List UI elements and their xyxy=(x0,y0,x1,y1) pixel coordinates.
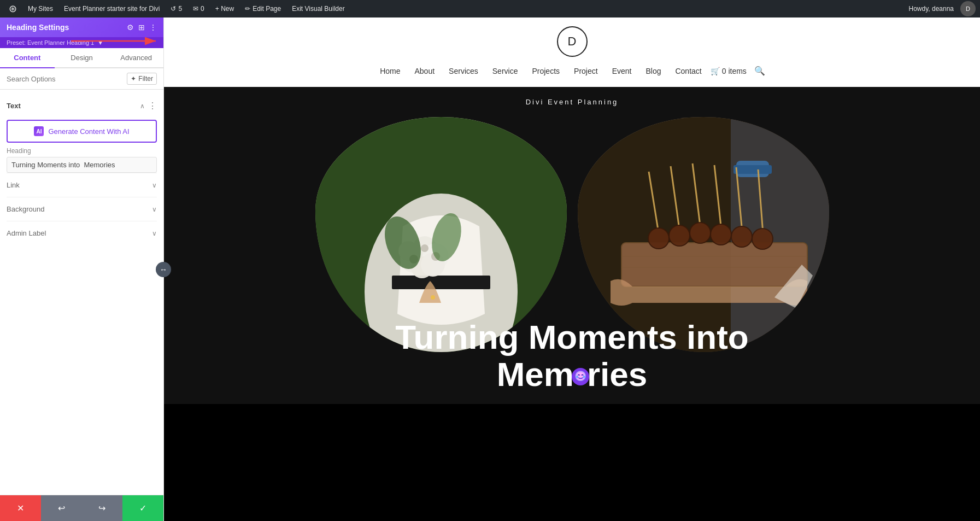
cancel-icon: ✕ xyxy=(17,503,24,513)
memories-text-end: ries xyxy=(587,356,647,393)
nav-projects[interactable]: Projects xyxy=(526,65,565,78)
generate-ai-button[interactable]: AI Generate Content With AI xyxy=(7,120,157,143)
copy-icon[interactable]: ⊞ xyxy=(138,23,145,32)
svg-point-30 xyxy=(670,226,689,245)
background-collapse-icon[interactable]: ∨ xyxy=(152,206,157,213)
comments-count: 0 xyxy=(201,5,204,13)
svg-rect-21 xyxy=(621,243,807,286)
save-icon: ✓ xyxy=(139,503,146,513)
revisions-link[interactable]: ↺ 5 xyxy=(166,0,186,17)
svg-rect-20 xyxy=(733,165,772,174)
text-collapse-icon[interactable]: ∧ xyxy=(140,102,145,110)
filter-label: Filter xyxy=(138,75,153,83)
hero-brand-text: Divi Event Planning xyxy=(164,87,980,117)
text-section-title: Text xyxy=(7,102,21,110)
tab-design[interactable]: Design xyxy=(55,48,109,68)
filter-button[interactable]: ✦ Filter xyxy=(127,73,157,85)
preview-area: D Home About Services Service Projects P… xyxy=(164,17,980,521)
site-name-link[interactable]: Event Planner starter site for Divi xyxy=(60,0,164,17)
comments-icon: ✉ xyxy=(193,5,198,13)
panel-header: Heading Settings ⚙ ⊞ ⋮ xyxy=(0,17,163,37)
wp-logo-icon[interactable]: ⊛ xyxy=(4,3,21,15)
my-sites-menu[interactable]: My Sites xyxy=(24,0,57,17)
link-collapse-icon[interactable]: ∨ xyxy=(152,182,157,189)
preset-arrow-icon: ▼ xyxy=(97,39,103,46)
preset-bar: Preset: Event Planner Heading 1 ▼ xyxy=(0,37,163,48)
svg-rect-4 xyxy=(392,276,490,289)
nav-project[interactable]: Project xyxy=(568,65,603,78)
redo-icon: ↪ xyxy=(98,503,105,513)
tab-advanced[interactable]: Advanced xyxy=(109,48,163,68)
header-actions: ⚙ ⊞ ⋮ xyxy=(127,23,157,32)
background-section-header[interactable]: Background ∨ xyxy=(7,200,157,219)
heading-input[interactable] xyxy=(7,157,157,173)
link-section: Link ∨ xyxy=(7,173,157,197)
nav-blog[interactable]: Blog xyxy=(640,65,666,78)
nav-about[interactable]: About xyxy=(409,65,441,78)
hero-text-overlay: Turning Moments into Mem ries xyxy=(164,319,980,393)
panel-footer: ✕ ↩ ↪ ✓ xyxy=(0,495,163,521)
nav-service[interactable]: Service xyxy=(487,65,524,78)
text-section: Text ∧ ⋮ AI Generate Content With AI Hea… xyxy=(7,96,157,173)
svg-point-27 xyxy=(649,229,668,248)
undo-button[interactable]: ↩ xyxy=(41,495,82,521)
admin-label-section-header[interactable]: Admin Label ∨ xyxy=(7,224,157,243)
resize-handle[interactable]: ↔ xyxy=(156,262,171,277)
hero-image-left xyxy=(315,117,567,352)
svg-point-12 xyxy=(421,244,429,252)
hero-section: Divi Event Planning xyxy=(164,87,980,404)
text-section-icons: ∧ ⋮ xyxy=(140,101,157,111)
hero-heading-line1: Turning Moments into xyxy=(186,319,958,356)
cart-link[interactable]: 🛒 0 items xyxy=(711,67,747,75)
more-options-icon[interactable]: ⋮ xyxy=(149,23,157,32)
edit-page-button[interactable]: ✏ Edit Page xyxy=(240,0,285,17)
admin-label-collapse-icon[interactable]: ∨ xyxy=(152,230,157,237)
site-header: D Home About Services Service Projects P… xyxy=(164,17,980,87)
cancel-button[interactable]: ✕ xyxy=(0,495,41,521)
svg-point-33 xyxy=(690,223,710,243)
edit-page-label: Edit Page xyxy=(253,5,281,13)
nav-home[interactable]: Home xyxy=(374,65,406,78)
heading-field-label: Heading xyxy=(7,147,157,155)
svg-point-42 xyxy=(753,229,772,249)
redo-button[interactable]: ↪ xyxy=(82,495,123,521)
admin-label-section: Admin Label ∨ xyxy=(7,221,157,245)
exit-builder-label: Exit Visual Builder xyxy=(292,5,345,13)
settings-icon[interactable]: ⚙ xyxy=(127,23,134,32)
save-button[interactable]: ✓ xyxy=(122,495,163,521)
options-search-bar: ✦ Filter xyxy=(0,68,163,90)
nav-event[interactable]: Event xyxy=(607,65,637,78)
text-section-header[interactable]: Text ∧ ⋮ xyxy=(7,96,157,115)
comments-link[interactable]: ✉ 0 xyxy=(189,0,209,17)
memories-text-start: Mem xyxy=(497,356,574,393)
cart-icon: 🛒 xyxy=(711,67,720,75)
search-icon[interactable]: 🔍 xyxy=(750,63,770,78)
admin-bar: ⊛ My Sites Event Planner starter site fo… xyxy=(0,0,980,17)
user-avatar[interactable]: D xyxy=(960,1,976,16)
nav-services[interactable]: Services xyxy=(443,65,484,78)
ai-icon: AI xyxy=(34,126,44,136)
panel-title: Heading Settings xyxy=(7,23,69,32)
generate-ai-label: Generate Content With AI xyxy=(48,127,129,136)
hero-heading-line2: Mem ries xyxy=(186,356,958,393)
site-logo[interactable]: D xyxy=(557,26,588,57)
my-sites-label: My Sites xyxy=(28,5,53,13)
revisions-count: 5 xyxy=(178,5,182,13)
new-content-button[interactable]: + New xyxy=(211,0,238,17)
background-section-title: Background xyxy=(7,205,44,213)
background-section: Background ∨ xyxy=(7,197,157,221)
link-section-title: Link xyxy=(7,181,20,189)
purple-avatar-icon xyxy=(572,368,589,385)
link-section-header[interactable]: Link ∨ xyxy=(7,175,157,195)
revisions-icon: ↺ xyxy=(171,5,176,13)
admin-label-section-title: Admin Label xyxy=(7,229,46,237)
main-layout: Heading Settings ⚙ ⊞ ⋮ Preset: Event Pla… xyxy=(0,17,980,521)
text-more-icon[interactable]: ⋮ xyxy=(148,101,157,111)
exit-visual-builder-button[interactable]: Exit Visual Builder xyxy=(287,0,349,17)
search-input[interactable] xyxy=(7,75,122,83)
howdy-text: Howdy, deanna xyxy=(905,5,959,13)
cart-count: 0 items xyxy=(722,67,747,75)
settings-panel: Heading Settings ⚙ ⊞ ⋮ Preset: Event Pla… xyxy=(0,17,164,521)
tab-content[interactable]: Content xyxy=(0,48,55,68)
nav-contact[interactable]: Contact xyxy=(670,65,707,78)
